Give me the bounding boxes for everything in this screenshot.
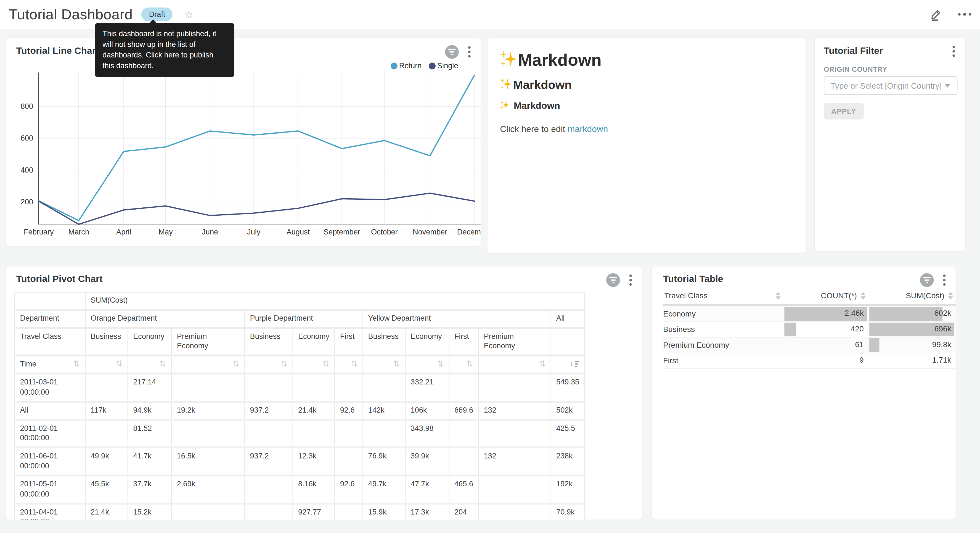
column-label: Travel Class	[665, 291, 708, 300]
sort-carets-icon[interactable]	[861, 292, 866, 299]
pivot-class-header: Premium Economy	[172, 328, 245, 356]
pivot-value-cell	[449, 373, 479, 402]
more-actions-icon[interactable]	[958, 13, 972, 16]
table-row: Economy2.46k602k	[663, 305, 956, 322]
pivot-value-cell: 238k	[551, 448, 585, 476]
pivot-value-cell: 425.5	[551, 420, 585, 447]
pivot-value-cell: 217.14	[128, 373, 172, 402]
pivot-table-wrap: SUM(Cost)DepartmentOrange DepartmentPurp…	[14, 292, 585, 520]
cell-value: 696k	[934, 324, 951, 334]
filter-indicator-icon[interactable]	[920, 273, 934, 287]
pivot-time-text: Time	[20, 360, 36, 369]
cell-value: 1.71k	[932, 356, 951, 365]
pivot-value-cell	[172, 503, 245, 520]
sort-icon[interactable]: ⇅	[437, 360, 444, 368]
line-chart-panel-icons	[445, 45, 473, 59]
travel-class-cell: Economy	[663, 305, 783, 322]
sort-descending-icon[interactable]: ↓	[570, 360, 579, 367]
x-axis-label: June	[202, 228, 218, 236]
pivot-value-cell: 204	[449, 503, 479, 520]
sort-icon[interactable]: ⇅	[232, 360, 239, 368]
pivot-row: 2011-04-01 00:00:0021.4k15.2k927.7715.9k…	[14, 503, 584, 520]
pivot-value-cell	[479, 420, 551, 447]
table-panel: Tutorial Table Travel ClassCOUNT(*)SUM(C…	[651, 266, 956, 520]
pivot-class-header: Business	[363, 328, 405, 356]
chart-more-icon[interactable]	[466, 46, 473, 58]
table-column-header[interactable]: SUM(Cost)	[868, 289, 956, 305]
sparkles-icon	[500, 78, 512, 90]
pivot-value-cell: 19.2k	[172, 402, 245, 420]
apply-button[interactable]: APPLY	[824, 103, 864, 120]
cell-value: 99.8k	[932, 340, 951, 349]
edit-pencil-icon[interactable]	[929, 8, 943, 21]
markdown-body: Markdown Markdown Markdown Click here to…	[487, 38, 805, 253]
pivot-value-cell	[449, 420, 479, 447]
pivot-chart-title: Tutorial Pivot Chart	[16, 273, 103, 284]
pivot-sort-cell: ⇅	[85, 356, 128, 373]
pivot-value-cell: 937.2	[245, 448, 293, 476]
pivot-sort-cell: ↓	[551, 356, 585, 373]
sort-icon[interactable]: ⇅	[323, 360, 329, 368]
pivot-value-cell	[479, 373, 551, 402]
sort-icon[interactable]: ⇅	[116, 360, 123, 368]
filter-indicator-icon[interactable]	[606, 273, 620, 287]
pivot-value-cell	[479, 503, 551, 520]
pivot-value-cell: 94.9k	[128, 402, 172, 420]
pivot-value-cell	[245, 476, 293, 503]
sort-icon[interactable]: ⇅	[466, 360, 473, 368]
pivot-row: 2011-02-01 00:00:0081.52343.98425.5	[14, 420, 584, 447]
table-column-header[interactable]: COUNT(*)	[783, 289, 868, 305]
legend-item-return[interactable]: Return	[390, 61, 422, 70]
sort-icon[interactable]: ⇅	[73, 360, 80, 368]
pivot-time-cell: All	[14, 402, 85, 420]
pivot-department-header: Purple Department	[245, 310, 363, 327]
pivot-value-cell: 465.6	[449, 476, 479, 503]
pivot-corner-cell	[14, 292, 85, 310]
chart-more-icon[interactable]	[941, 274, 948, 286]
sort-carets-icon[interactable]	[948, 292, 953, 299]
pivot-class-header: Business	[245, 328, 293, 356]
filter-indicator-icon[interactable]	[445, 45, 459, 59]
pivot-department-header: All	[551, 310, 585, 327]
origin-country-select[interactable]: Type or Select [Origin Country]	[824, 76, 957, 95]
pivot-metric-header: SUM(Cost)	[85, 292, 584, 310]
sparkles-icon	[500, 100, 509, 110]
pivot-value-cell: 132	[479, 448, 551, 476]
pivot-value-cell: 37.7k	[128, 476, 172, 503]
sort-icon[interactable]: ⇅	[351, 360, 358, 368]
pivot-value-cell: 192k	[551, 476, 585, 503]
pivot-value-cell	[293, 373, 335, 402]
pivot-class-header: Economy	[405, 328, 449, 356]
chart-more-icon[interactable]	[627, 274, 634, 286]
pivot-class-header: First	[334, 328, 363, 356]
sort-carets-icon[interactable]	[776, 292, 781, 299]
pivot-value-cell: 49.7k	[363, 476, 405, 503]
pivot-department-header: Yellow Department	[363, 310, 551, 327]
pivot-value-cell	[85, 373, 128, 402]
legend-item-single[interactable]: Single	[428, 61, 458, 70]
pivot-value-cell: 106k	[405, 402, 449, 420]
pivot-value-cell: 39.9k	[405, 448, 449, 476]
pivot-value-cell	[479, 476, 551, 503]
table-column-header[interactable]: Travel Class	[663, 289, 783, 305]
edit-markdown-link[interactable]: markdown	[568, 124, 608, 134]
sort-icon[interactable]: ⇅	[539, 360, 546, 368]
sort-icon[interactable]: ⇅	[281, 360, 288, 368]
x-axis-label: July	[247, 228, 261, 236]
pivot-class-header: Business	[85, 328, 128, 356]
sort-icon[interactable]: ⇅	[159, 360, 167, 368]
pivot-value-cell	[245, 503, 293, 520]
pivot-value-cell: 669.6	[449, 402, 479, 420]
filter-more-icon[interactable]	[951, 45, 957, 57]
x-axis-label: April	[116, 228, 131, 236]
favorite-star-icon[interactable]: ☆	[184, 8, 194, 21]
pivot-department-header: Orange Department	[85, 310, 245, 327]
sort-icon[interactable]: ⇅	[393, 360, 400, 368]
markdown-panel: Markdown Markdown Markdown Click here to…	[487, 38, 807, 254]
legend-dot	[390, 62, 397, 69]
pivot-value-cell: 927.77	[293, 503, 335, 520]
pivot-panel-icons	[606, 273, 634, 287]
pivot-value-cell: 15.2k	[128, 503, 172, 520]
travel-class-cell: First	[663, 353, 783, 369]
pivot-sort-cell: ⇅	[172, 356, 245, 373]
